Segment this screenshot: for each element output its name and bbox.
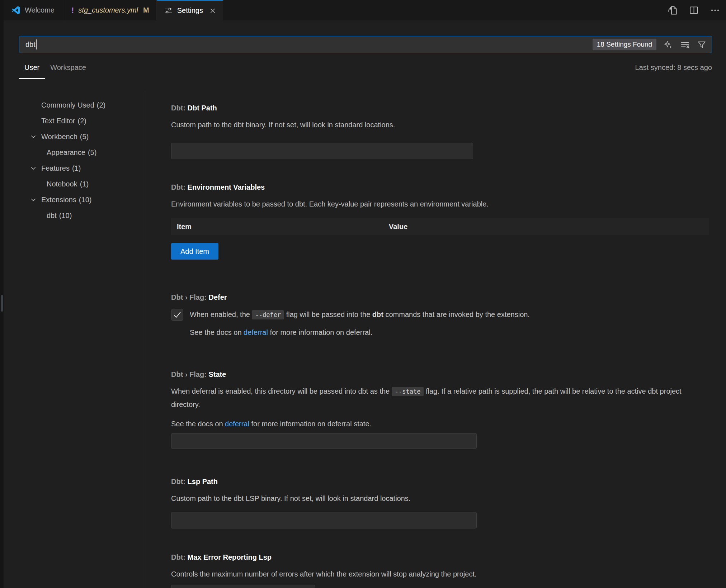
state-flag-code: --state: [392, 387, 424, 396]
settings-scope-row: User Workspace Last synced: 8 secs ago: [19, 58, 712, 86]
chevron-down-icon[interactable]: [30, 196, 38, 203]
problem-warning-mark: !: [71, 6, 74, 15]
open-settings-json-icon[interactable]: [667, 5, 678, 16]
setting-description: Environment variables to be passed to db…: [171, 198, 709, 210]
search-value: dbt: [25, 41, 36, 49]
editor-actions: [667, 0, 720, 20]
toc-item-extensions[interactable]: Extensions (10): [4, 192, 145, 208]
setting-lsp-path: Dbt: Lsp Path Custom path to the dbt LSP…: [171, 477, 709, 528]
setting-description: Controls the maximum number of errors af…: [171, 568, 709, 580]
setting-dbt-path: Dbt: Dbt Path Custom path to the dbt bin…: [171, 103, 709, 159]
setting-description: Custom path to the dbt binary. If not se…: [171, 118, 709, 131]
tab-stg-customers[interactable]: ! stg_customers.yml M: [64, 0, 157, 20]
defer-checkbox[interactable]: [171, 309, 183, 321]
check-icon: [173, 310, 182, 319]
left-scrollbar-handle[interactable]: [1, 295, 3, 312]
left-rail: [0, 0, 4, 588]
setting-description: When deferral is enabled, this directory…: [171, 385, 709, 411]
settings-list: Dbt: Dbt Path Custom path to the dbt bin…: [145, 91, 726, 588]
chevron-down-icon[interactable]: [30, 165, 38, 172]
filter-icon[interactable]: [697, 40, 707, 49]
clear-search-icon[interactable]: [680, 39, 690, 50]
toc-item-text-editor[interactable]: Text Editor (2): [4, 113, 145, 129]
setting-title: Dbt › Flag: Defer: [171, 293, 709, 302]
dbt-path-input[interactable]: [171, 143, 473, 159]
add-item-button[interactable]: Add Item: [171, 243, 218, 260]
more-actions-icon[interactable]: [710, 5, 720, 15]
setting-flag-state: Dbt › Flag: State When deferral is enabl…: [171, 370, 709, 449]
defer-flag-code: --defer: [252, 310, 284, 319]
split-editor-icon[interactable]: [689, 5, 699, 15]
settings-search-input[interactable]: dbt 18 Settings Found: [19, 36, 712, 53]
setting-title: Dbt: Environment Variables: [171, 182, 709, 192]
editor-tab-bar: Welcome ! stg_customers.yml M Settings: [4, 0, 726, 20]
setting-title: Dbt › Flag: State: [171, 370, 709, 379]
scope-tab-workspace[interactable]: Workspace: [45, 58, 91, 78]
last-synced-status: Last synced: 8 secs ago: [635, 58, 712, 72]
settings-found-badge: 18 Settings Found: [593, 39, 656, 50]
lsp-path-input[interactable]: [171, 512, 477, 528]
tab-settings-label: Settings: [177, 6, 203, 15]
ai-search-sparkle-icon[interactable]: [663, 40, 673, 49]
close-tab-icon[interactable]: [209, 8, 216, 14]
docs-note: See the docs on deferral for more inform…: [171, 326, 709, 339]
setting-description: When enabled, the --defer flag will be p…: [190, 308, 530, 321]
toc-item-appearance[interactable]: Appearance (5): [4, 144, 145, 160]
max-error-reporting-input[interactable]: [171, 585, 315, 588]
deferral-docs-link[interactable]: deferral: [244, 328, 268, 336]
setting-title: Dbt: Lsp Path: [171, 477, 709, 486]
tab-welcome[interactable]: Welcome: [4, 0, 64, 20]
env-variables-table-header: Item Value: [171, 218, 709, 235]
toc-item-workbench[interactable]: Workbench (5): [4, 129, 145, 144]
text-caret: [36, 39, 37, 49]
vscode-logo-icon: [11, 6, 20, 15]
setting-title: Dbt: Dbt Path: [171, 103, 709, 113]
state-path-input[interactable]: [171, 433, 477, 449]
setting-max-error-reporting-lsp: Dbt: Max Error Reporting Lsp Controls th…: [171, 553, 709, 588]
setting-environment-variables: Dbt: Environment Variables Environment v…: [171, 182, 709, 260]
setting-title: Dbt: Max Error Reporting Lsp: [171, 553, 709, 562]
setting-flag-defer: Dbt › Flag: Defer When enabled, the --de…: [171, 293, 709, 339]
column-header-item: Item: [171, 223, 389, 231]
toc-item-commonly-used[interactable]: Commonly Used (2): [4, 97, 145, 113]
chevron-down-icon[interactable]: [30, 133, 38, 140]
toc-item-notebook[interactable]: Notebook (1): [4, 176, 145, 192]
tab-file-label: stg_customers.yml: [78, 6, 138, 14]
column-header-value: Value: [389, 223, 709, 231]
tab-settings[interactable]: Settings: [157, 0, 223, 20]
toc-item-features[interactable]: Features (1): [4, 160, 145, 176]
toc-item-dbt[interactable]: dbt (10): [4, 208, 145, 223]
tab-welcome-label: Welcome: [25, 6, 55, 14]
docs-note: See the docs on deferral for more inform…: [171, 417, 709, 430]
settings-toc: Commonly Used (2) Text Editor (2) Workbe…: [4, 91, 145, 588]
setting-description: Custom path to the dbt LSP binary. If no…: [171, 492, 709, 505]
git-modified-badge: M: [143, 6, 149, 14]
deferral-docs-link[interactable]: deferral: [225, 420, 249, 428]
settings-sliders-icon: [164, 6, 173, 15]
scope-tab-user[interactable]: User: [19, 58, 45, 79]
